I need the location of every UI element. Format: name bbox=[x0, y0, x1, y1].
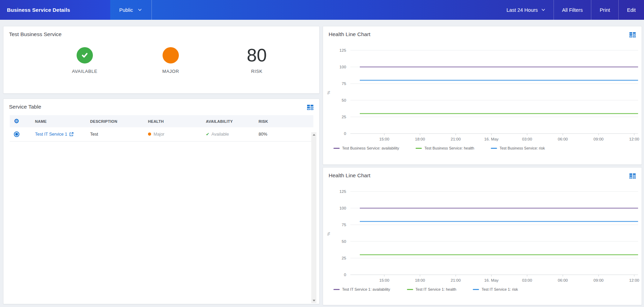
panel-options-icon[interactable] bbox=[629, 173, 636, 179]
page-title: Business Service Details bbox=[0, 0, 110, 20]
availability-metric: AVAILABLE bbox=[42, 45, 128, 74]
table-row[interactable]: Test IT Service 1 Test Major bbox=[10, 127, 313, 142]
y-tick-label: 50 bbox=[342, 239, 346, 244]
line-chart: 025507510012515:0018:0021:0016. May03:00… bbox=[323, 41, 642, 145]
chevron-down-icon bbox=[138, 9, 142, 11]
health-label: MAJOR bbox=[162, 69, 179, 74]
col-header-description[interactable]: DESCRIPTION bbox=[90, 119, 148, 123]
service-name-link[interactable]: Test IT Service 1 bbox=[35, 132, 73, 137]
available-check-icon: ✔ bbox=[206, 132, 209, 137]
y-tick-label: 125 bbox=[339, 189, 346, 194]
legend-swatch-icon bbox=[407, 289, 413, 290]
print-label: Print bbox=[600, 7, 610, 13]
legend-swatch-icon bbox=[473, 289, 479, 290]
x-tick-label: 21:00 bbox=[451, 278, 461, 282]
legend-item[interactable]: Test IT Service 1: risk bbox=[473, 287, 518, 291]
service-name-text: Test IT Service 1 bbox=[35, 132, 67, 137]
y-tick-label: 75 bbox=[342, 82, 346, 86]
health-line-chart-panel-2: Health Line Chart 025507510012515:0018:0… bbox=[323, 167, 642, 305]
legend-item[interactable]: Test IT Service 1: health bbox=[407, 287, 456, 291]
y-tick-label: 100 bbox=[339, 206, 346, 210]
col-header-availability[interactable]: AVAILABILITY bbox=[206, 119, 259, 123]
x-tick-label: 18:00 bbox=[415, 278, 425, 282]
x-tick-label: 12:00 bbox=[629, 137, 639, 141]
view-selector-dropdown[interactable]: Public bbox=[110, 0, 152, 20]
col-header-risk[interactable]: RISK bbox=[259, 119, 313, 123]
x-tick-label: 03:00 bbox=[522, 137, 532, 141]
summary-metrics-row: AVAILABLE MAJOR 80 RISK bbox=[42, 45, 300, 74]
y-tick-label: 50 bbox=[342, 98, 346, 102]
dashboard-content: Test Business Service AVAILABLE bbox=[0, 20, 644, 305]
legend-item[interactable]: Test Business Service: health bbox=[416, 146, 474, 150]
y-tick-label: 0 bbox=[344, 131, 346, 136]
chart-legend: Test Business Service: availabilityTest … bbox=[323, 146, 642, 150]
availability-label: AVAILABLE bbox=[72, 69, 97, 74]
risk-label: RISK bbox=[251, 69, 262, 74]
row-selected-radio[interactable] bbox=[14, 131, 19, 137]
service-health-cell: Major bbox=[148, 132, 206, 137]
col-header-name[interactable]: NAME bbox=[35, 119, 90, 123]
top-navigation-bar: Business Service Details Public Last 24 … bbox=[0, 0, 644, 20]
edit-button[interactable]: Edit bbox=[618, 0, 644, 20]
view-selector-label: Public bbox=[119, 7, 133, 13]
edit-label: Edit bbox=[627, 7, 636, 13]
x-tick-label: 06:00 bbox=[558, 137, 568, 141]
chart-title: Health Line Chart bbox=[329, 172, 371, 179]
x-tick-label: 16. May bbox=[484, 137, 499, 141]
panel-options-icon[interactable] bbox=[629, 32, 636, 38]
gear-icon[interactable]: ⚙ bbox=[14, 118, 19, 125]
legend-swatch-icon bbox=[491, 148, 497, 149]
legend-item[interactable]: Test Business Service: availability bbox=[333, 146, 399, 150]
legend-item[interactable]: Test IT Service 1: availability bbox=[333, 287, 390, 291]
x-tick-label: 03:00 bbox=[522, 278, 532, 282]
legend-label: Test IT Service 1: risk bbox=[481, 287, 518, 291]
x-tick-label: 18:00 bbox=[415, 137, 425, 141]
scroll-down-icon[interactable] bbox=[311, 298, 316, 303]
x-tick-label: 09:00 bbox=[593, 137, 603, 141]
legend-label: Test Business Service: health bbox=[424, 146, 474, 150]
health-line-chart-panel-1: Health Line Chart 025507510012515:0018:0… bbox=[323, 26, 642, 165]
summary-panel-title: Test Business Service bbox=[9, 31, 62, 37]
print-button[interactable]: Print bbox=[591, 0, 618, 20]
legend-swatch-icon bbox=[416, 148, 422, 149]
external-link-icon bbox=[69, 132, 73, 136]
service-table-panel: Service Table ⚙ NAME DESCRIPTION HEALTH … bbox=[3, 99, 320, 304]
y-tick-label: 25 bbox=[342, 115, 346, 119]
time-range-dropdown[interactable]: Last 24 Hours bbox=[498, 0, 553, 20]
all-filters-button[interactable]: All Filters bbox=[554, 0, 591, 20]
time-range-label: Last 24 Hours bbox=[506, 7, 538, 13]
x-tick-label: 12:00 bbox=[629, 278, 639, 282]
legend-label: Test IT Service 1: health bbox=[416, 287, 456, 291]
business-service-summary-panel: Test Business Service AVAILABLE bbox=[3, 26, 320, 94]
y-tick-label: 0 bbox=[344, 273, 346, 277]
x-tick-label: 21:00 bbox=[451, 137, 461, 141]
topbar-actions: Last 24 Hours All Filters Print Edit bbox=[498, 0, 644, 20]
legend-swatch-icon bbox=[333, 289, 340, 290]
x-tick-label: 09:00 bbox=[593, 278, 603, 282]
panel-options-icon[interactable] bbox=[307, 104, 314, 110]
legend-label: Test Business Service: risk bbox=[499, 146, 545, 150]
chevron-down-icon bbox=[541, 9, 545, 11]
major-dot-icon bbox=[148, 133, 151, 136]
y-axis-label: % bbox=[327, 91, 331, 94]
service-availability-cell: ✔Available bbox=[206, 132, 259, 137]
x-tick-label: 15:00 bbox=[379, 278, 389, 282]
health-metric: MAJOR bbox=[128, 45, 214, 74]
legend-item[interactable]: Test Business Service: risk bbox=[491, 146, 545, 150]
availability-check-icon bbox=[77, 47, 93, 63]
scroll-up-icon[interactable] bbox=[311, 132, 316, 137]
legend-label: Test IT Service 1: availability bbox=[342, 287, 390, 291]
table-scrollbar[interactable] bbox=[311, 132, 316, 303]
risk-metric: 80 RISK bbox=[214, 45, 300, 74]
line-chart: 025507510012515:0018:0021:0016. May03:00… bbox=[323, 182, 642, 286]
topbar-spacer bbox=[152, 0, 498, 20]
chart-title: Health Line Chart bbox=[329, 31, 371, 37]
chart-legend: Test IT Service 1: availabilityTest IT S… bbox=[323, 287, 642, 291]
x-tick-label: 15:00 bbox=[379, 137, 389, 141]
legend-label: Test Business Service: availability bbox=[342, 146, 399, 150]
col-header-health[interactable]: HEALTH bbox=[148, 119, 206, 123]
service-risk-cell: 80% bbox=[259, 132, 313, 137]
risk-value: 80 bbox=[247, 45, 267, 65]
y-tick-label: 25 bbox=[342, 256, 346, 260]
service-table-header: ⚙ NAME DESCRIPTION HEALTH AVAILABILITY R… bbox=[10, 115, 313, 127]
